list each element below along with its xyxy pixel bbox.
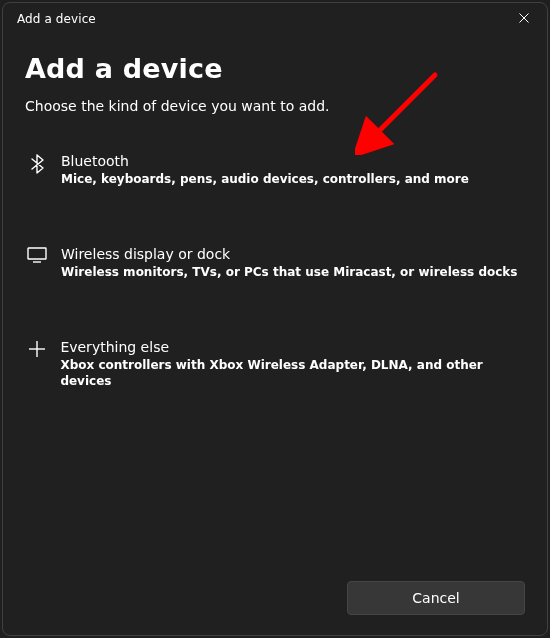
close-button[interactable] xyxy=(501,3,547,35)
option-texts: Wireless display or dock Wireless monito… xyxy=(61,245,518,280)
option-description: Wireless monitors, TVs, or PCs that use … xyxy=(61,264,518,280)
option-bluetooth[interactable]: Bluetooth Mice, keyboards, pens, audio d… xyxy=(25,142,525,197)
add-device-dialog: Add a device Add a device Choose the kin… xyxy=(2,2,548,636)
option-everything-else[interactable]: Everything else Xbox controllers with Xb… xyxy=(25,328,525,399)
svg-rect-0 xyxy=(28,248,46,259)
cancel-button-label: Cancel xyxy=(412,590,459,606)
option-texts: Everything else Xbox controllers with Xb… xyxy=(60,338,523,389)
cancel-button[interactable]: Cancel xyxy=(347,581,525,615)
window-title: Add a device xyxy=(17,12,96,26)
option-title: Wireless display or dock xyxy=(61,245,518,263)
option-texts: Bluetooth Mice, keyboards, pens, audio d… xyxy=(61,152,469,187)
page-title: Add a device xyxy=(25,53,525,84)
titlebar: Add a device xyxy=(3,3,547,35)
display-icon xyxy=(27,247,47,263)
plus-icon xyxy=(27,340,46,358)
option-description: Mice, keyboards, pens, audio devices, co… xyxy=(61,171,469,187)
bluetooth-icon xyxy=(27,154,47,174)
dialog-content: Add a device Choose the kind of device y… xyxy=(3,35,547,561)
close-icon xyxy=(519,12,529,26)
dialog-footer: Cancel xyxy=(3,561,547,635)
option-title: Bluetooth xyxy=(61,152,469,170)
page-subtitle: Choose the kind of device you want to ad… xyxy=(25,98,525,114)
option-title: Everything else xyxy=(60,338,523,356)
option-wireless-display[interactable]: Wireless display or dock Wireless monito… xyxy=(25,235,525,290)
option-description: Xbox controllers with Xbox Wireless Adap… xyxy=(60,357,523,389)
